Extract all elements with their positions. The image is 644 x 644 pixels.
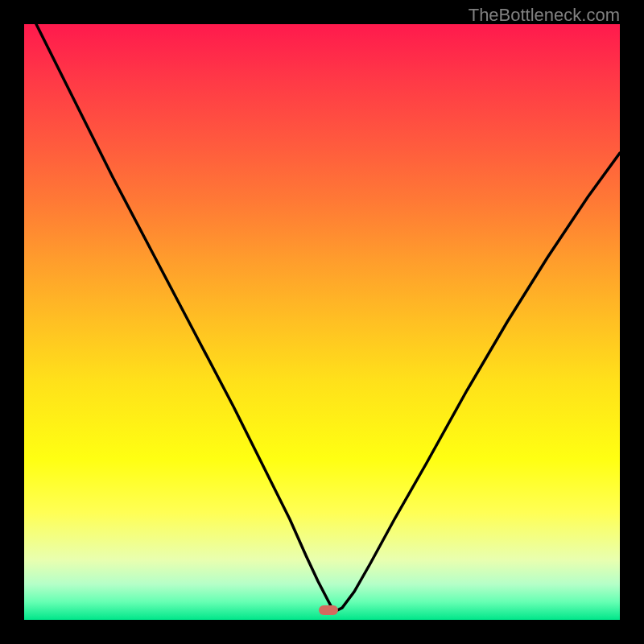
bottleneck-curve [24, 24, 620, 620]
watermark-text: TheBottleneck.com [469, 5, 620, 26]
minimum-marker [319, 605, 338, 615]
chart-container: TheBottleneck.com [0, 0, 644, 644]
plot-area [24, 24, 620, 620]
